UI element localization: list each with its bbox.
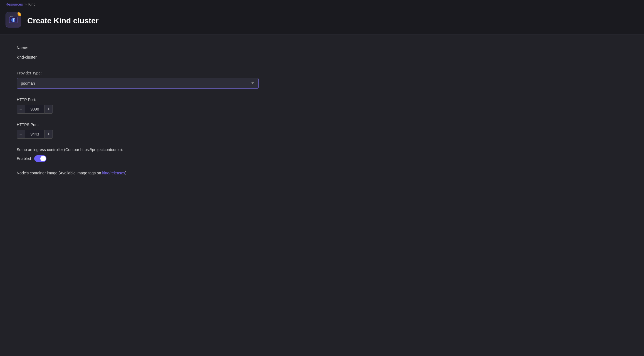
page-icon: kind ⚡: [6, 12, 23, 30]
provider-type-group: Provider Type: podman docker: [17, 71, 267, 89]
form-section: Name: Provider Type: podman docker HTTP …: [17, 46, 267, 175]
breadcrumb: Resources > Kind: [6, 2, 638, 6]
name-label: Name:: [17, 46, 267, 50]
breadcrumb-current: Kind: [28, 2, 36, 6]
name-input[interactable]: [17, 53, 259, 62]
ingress-toggle[interactable]: [34, 155, 46, 162]
kind-icon-box: kind ⚡: [6, 12, 21, 27]
http-port-decrement[interactable]: −: [17, 105, 25, 114]
ingress-enabled-label: Enabled: [17, 156, 31, 161]
http-port-value: 9090: [25, 105, 44, 114]
provider-type-select[interactable]: podman docker: [17, 78, 259, 89]
node-image-prefix: Node's container image (Available image …: [17, 171, 102, 175]
toggle-knob: [40, 156, 46, 161]
ingress-toggle-row: Enabled: [17, 155, 267, 162]
page-header: kind ⚡ Create Kind cluster: [6, 9, 638, 32]
svg-text:kind: kind: [10, 16, 14, 17]
kubernetes-icon: kind: [9, 15, 18, 24]
icon-badge: ⚡: [18, 12, 21, 16]
http-port-stepper: − 9090 +: [17, 105, 267, 114]
svg-point-2: [13, 19, 14, 21]
node-image-group: Node's container image (Available image …: [17, 171, 267, 175]
node-image-suffix: ):: [125, 171, 128, 175]
http-port-increment[interactable]: +: [44, 105, 53, 114]
https-port-label: HTTPS Port:: [17, 122, 267, 127]
kind-releases-link[interactable]: kind/releases: [102, 171, 125, 175]
https-port-stepper: − 9443 +: [17, 130, 267, 139]
top-bar: Resources > Kind: [0, 0, 644, 34]
http-port-label: HTTP Port:: [17, 97, 267, 102]
https-port-value: 9443: [25, 130, 44, 139]
node-image-label: Node's container image (Available image …: [17, 171, 267, 175]
ingress-label: Setup an ingress controller (Contour htt…: [17, 147, 267, 152]
https-port-decrement[interactable]: −: [17, 130, 25, 139]
https-port-increment[interactable]: +: [44, 130, 53, 139]
page-title: Create Kind cluster: [27, 16, 99, 25]
name-group: Name:: [17, 46, 267, 62]
breadcrumb-resources-link[interactable]: Resources: [6, 2, 23, 6]
http-port-group: HTTP Port: − 9090 +: [17, 97, 267, 114]
provider-type-label: Provider Type:: [17, 71, 267, 75]
breadcrumb-separator: >: [24, 2, 27, 6]
https-port-group: HTTPS Port: − 9443 +: [17, 122, 267, 139]
content-area: Name: Provider Type: podman docker HTTP …: [0, 34, 644, 356]
ingress-group: Setup an ingress controller (Contour htt…: [17, 147, 267, 162]
